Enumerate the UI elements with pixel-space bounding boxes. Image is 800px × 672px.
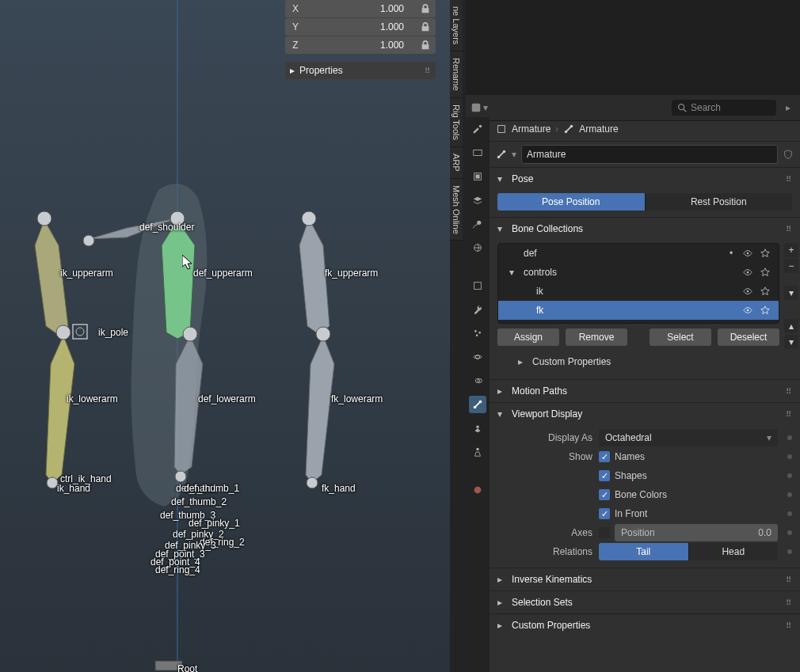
- armature-name-field[interactable]: [521, 145, 778, 164]
- bone-collection-row[interactable]: fk: [498, 301, 779, 320]
- svg-point-51: [747, 271, 749, 274]
- svg-line-49: [499, 152, 503, 156]
- deselect-button[interactable]: Deselect: [718, 328, 779, 346]
- modifier-tab-icon[interactable]: [469, 301, 486, 318]
- anim-dot-icon[interactable]: [787, 511, 792, 516]
- relations-tail-button[interactable]: Tail: [599, 543, 689, 560]
- motion-paths-header[interactable]: ▸ Motion Paths ⠿: [490, 380, 800, 402]
- anim-dot-icon[interactable]: [787, 435, 792, 440]
- solo-star-icon[interactable]: [760, 305, 772, 316]
- visibility-icon[interactable]: [742, 248, 755, 259]
- visibility-icon[interactable]: [742, 286, 755, 297]
- properties-subpanel-header[interactable]: ▸ Properties ⠿: [285, 62, 436, 79]
- collection-menu-button[interactable]: ▾: [784, 286, 798, 300]
- names-checkbox[interactable]: ✓: [599, 451, 610, 462]
- pin-icon[interactable]: ▸: [781, 102, 795, 113]
- axes-checkbox[interactable]: ✓: [599, 527, 610, 538]
- outliner-placeholder[interactable]: [466, 0, 800, 95]
- rest-position-button[interactable]: Rest Position: [646, 193, 793, 211]
- bone-colors-checkbox[interactable]: ✓: [599, 489, 610, 500]
- bone-tab-icon[interactable]: [469, 420, 486, 437]
- bone-collection-row[interactable]: ▾controls: [498, 263, 779, 282]
- properties-label: Properties: [299, 65, 343, 76]
- lock-icon[interactable]: [415, 0, 436, 17]
- scale-z-field[interactable]: Z1.000: [285, 36, 436, 54]
- pose-position-button[interactable]: Pose Position: [497, 193, 646, 211]
- move-up-button[interactable]: ▴: [784, 319, 798, 333]
- collection-custom-properties-header[interactable]: ▸ Custom Properties: [497, 351, 779, 373]
- visibility-icon[interactable]: [742, 267, 755, 278]
- remove-collection-button[interactable]: −: [784, 259, 798, 273]
- chevron-down-icon[interactable]: ▾: [512, 149, 516, 160]
- scale-x-field[interactable]: X1.000: [285, 0, 436, 17]
- object-tab-icon[interactable]: [469, 277, 486, 294]
- npanel-tab-rig-tools[interactable]: Rig Tools: [450, 98, 463, 147]
- scale-y-field[interactable]: Y1.000: [285, 18, 436, 36]
- breadcrumb-object[interactable]: Armature: [512, 123, 550, 135]
- drag-dots-icon: ⠿: [786, 621, 792, 630]
- axes-label: Axes: [497, 527, 592, 538]
- solo-star-icon[interactable]: [760, 267, 772, 278]
- anim-dot-icon[interactable]: [787, 473, 792, 478]
- svg-line-24: [684, 109, 687, 112]
- bone-collection-row[interactable]: ik: [498, 282, 779, 301]
- relations-head-button[interactable]: Head: [689, 543, 779, 560]
- svg-point-23: [679, 104, 684, 110]
- bone-collections-header[interactable]: ▾ Bone Collections ⠿: [490, 218, 800, 240]
- custom-properties-label: Custom Properties: [512, 620, 590, 631]
- add-collection-button[interactable]: +: [784, 243, 798, 257]
- custom-properties-header[interactable]: ▸Custom Properties⠿: [490, 614, 800, 636]
- shapes-checkbox[interactable]: ✓: [599, 470, 610, 481]
- breadcrumb-data[interactable]: Armature: [579, 123, 618, 135]
- visibility-icon[interactable]: [742, 305, 755, 316]
- remove-button[interactable]: Remove: [566, 328, 627, 346]
- svg-point-34: [476, 334, 478, 336]
- solo-star-icon[interactable]: [760, 248, 772, 259]
- bone-collection-row[interactable]: def•: [498, 244, 779, 263]
- physics-tab-icon[interactable]: [469, 348, 486, 366]
- selection-sets-header[interactable]: ▸Selection Sets⠿: [490, 591, 800, 613]
- armature-data-tab-icon[interactable]: [469, 396, 486, 413]
- assign-button[interactable]: Assign: [497, 328, 559, 346]
- viewlayer-tab-icon[interactable]: [469, 192, 486, 209]
- move-down-button[interactable]: ▾: [784, 335, 798, 349]
- select-button[interactable]: Select: [650, 328, 711, 346]
- bone-collections-list[interactable]: def•▾controlsikfk: [497, 243, 779, 324]
- shield-icon[interactable]: [783, 149, 794, 160]
- render-tab-icon[interactable]: [469, 144, 486, 161]
- anim-dot-icon[interactable]: [787, 492, 792, 497]
- npanel-tab-ne-layers[interactable]: ne Layers: [450, 0, 463, 51]
- axes-position-field[interactable]: Position 0.0: [615, 524, 778, 541]
- svg-point-9: [37, 211, 51, 226]
- lock-icon[interactable]: [415, 18, 436, 36]
- properties-search[interactable]: Search: [672, 100, 776, 116]
- collection-name: ik: [536, 286, 543, 297]
- constraints-tab-icon[interactable]: [469, 372, 486, 389]
- output-tab-icon[interactable]: [469, 168, 486, 185]
- npanel-tab-mesh-online[interactable]: Mesh Online: [450, 179, 463, 241]
- armature-icon[interactable]: [496, 149, 507, 160]
- bone-constraint-tab-icon[interactable]: [469, 443, 486, 461]
- in-front-checkbox[interactable]: ✓: [599, 508, 610, 519]
- npanel-tab-arp[interactable]: ARP: [450, 147, 463, 179]
- viewport-display-header[interactable]: ▾ Viewport Display ⠿: [490, 403, 800, 425]
- display-as-dropdown[interactable]: Octahedral ▾: [599, 429, 778, 446]
- solo-star-icon[interactable]: [760, 286, 772, 297]
- lock-icon[interactable]: [415, 36, 436, 54]
- world-tab-icon[interactable]: [469, 239, 486, 256]
- viewport-3d[interactable]: def_shoulderik_upperarmdef_upperarmfk_up…: [0, 0, 450, 672]
- material-tab-icon[interactable]: [469, 481, 486, 499]
- properties-tab-icons: [466, 117, 490, 672]
- particles-tab-icon[interactable]: [469, 325, 486, 342]
- inverse-kinematics-header[interactable]: ▸Inverse Kinematics⠿: [490, 568, 800, 590]
- anim-dot-icon[interactable]: [787, 549, 792, 554]
- scene-tab-icon[interactable]: [469, 215, 486, 233]
- anim-dot-icon[interactable]: [787, 530, 792, 535]
- disclosure-icon[interactable]: ▾: [509, 267, 519, 278]
- npanel-tab-rename[interactable]: Rename: [450, 51, 463, 98]
- editor-type-icon[interactable]: ▾: [470, 102, 488, 113]
- anim-dot-icon[interactable]: [787, 454, 792, 459]
- pose-section-header[interactable]: ▾ Pose ⠿: [490, 168, 800, 190]
- tool-tab-icon[interactable]: [469, 120, 486, 138]
- svg-rect-19: [73, 325, 87, 339]
